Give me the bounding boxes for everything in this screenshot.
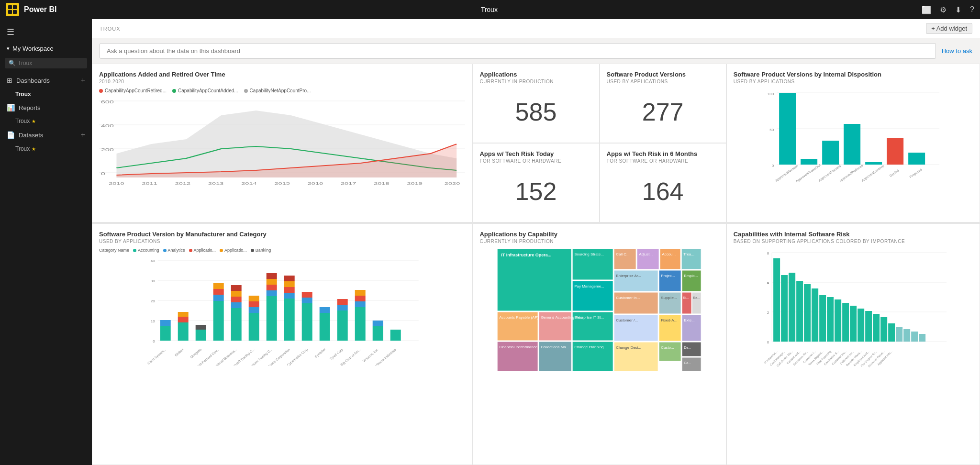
topbar-center: Troux — [56, 6, 922, 13]
sidebar-search[interactable]: 🔍 — [5, 58, 87, 68]
svg-rect-32 — [887, 138, 903, 165]
svg-text:Accounts Payable (AP)...: Accounts Payable (AP)... — [500, 315, 542, 320]
svg-text:Custo...: Custo... — [661, 345, 675, 350]
workspace-label: My Workspace — [12, 45, 54, 52]
disposition-chart-svg: 0 50 100 ApprovedMaintain ApprovedPhaseO… — [734, 88, 973, 193]
capability-subtitle: CURRENTLY IN PRODUCTION — [479, 239, 719, 244]
svg-rect-56 — [196, 330, 206, 341]
sidebar-item-reports[interactable]: 📊 Reports — [0, 100, 92, 115]
svg-rect-27 — [779, 93, 796, 165]
star-icon: ★ — [32, 119, 36, 124]
svg-text:2013: 2013 — [208, 181, 224, 186]
risk-today-value: 152 — [479, 167, 592, 215]
search-icon: 🔍 — [9, 60, 16, 66]
kpi-column-2: Software Product Versions USED BY APPLIC… — [600, 64, 726, 222]
sidebar-item-troux-dashboard[interactable]: Troux — [0, 89, 92, 100]
analytics-dot — [163, 249, 167, 252]
workspace-item[interactable]: ▾ My Workspace — [0, 41, 92, 56]
svg-text:Gringotts: Gringotts — [189, 347, 202, 359]
apps-title: Applications — [479, 71, 592, 78]
svg-rect-73 — [267, 285, 277, 290]
svg-rect-83 — [302, 292, 312, 298]
svg-text:2014: 2014 — [241, 181, 257, 186]
svg-text:Virtucon, Inc.: Virtucon, Inc. — [362, 348, 379, 363]
svg-rect-77 — [284, 293, 295, 299]
download-icon[interactable]: ⬇ — [955, 5, 961, 14]
add-widget-button[interactable]: + Add widget — [926, 23, 972, 34]
svg-rect-156 — [682, 342, 702, 356]
svg-text:600: 600 — [101, 100, 114, 104]
svg-rect-188 — [880, 317, 887, 342]
svg-text:Denied: Denied — [889, 169, 899, 178]
troux-dataset-label: Troux — [15, 145, 30, 152]
svg-rect-60 — [213, 289, 224, 295]
net-dot — [244, 89, 248, 93]
svg-text:IT Infrastructure Opera...: IT Infrastructure Opera... — [501, 253, 552, 257]
help-icon[interactable]: ? — [970, 5, 974, 14]
line-chart-legend: CapabilityAppCountRetired... CapabilityA… — [99, 88, 465, 93]
svg-rect-30 — [844, 124, 860, 165]
svg-rect-70 — [249, 296, 259, 301]
svg-rect-82 — [302, 298, 312, 303]
hamburger-button[interactable]: ☰ — [0, 23, 92, 41]
datasets-icon: 📄 — [7, 131, 15, 139]
cat-legend-analytics: Analytics — [163, 248, 185, 253]
svg-text:Re...: Re... — [693, 296, 701, 299]
search-input[interactable] — [18, 60, 83, 66]
svg-rect-191 — [903, 329, 910, 342]
svg-rect-180 — [819, 295, 826, 342]
qa-input[interactable] — [100, 43, 936, 59]
svg-rect-89 — [355, 307, 366, 341]
sidebar-item-troux-dataset[interactable]: Troux ★ — [0, 143, 92, 155]
svg-rect-190 — [896, 327, 902, 342]
svg-rect-179 — [812, 288, 818, 342]
troux-dashboard-label: Troux — [15, 91, 31, 98]
svg-text:Sirius Cybernetics Corp: Sirius Cybernetics Corp — [279, 348, 309, 365]
svg-text:0: 0 — [767, 340, 769, 344]
svg-rect-182 — [835, 299, 841, 342]
svg-text:2012: 2012 — [175, 181, 190, 186]
svg-rect-138 — [682, 292, 692, 314]
main-content: TROUX + Add widget How to ask Applicatio… — [92, 19, 980, 465]
disposition-title: Software Product Versions by Internal Di… — [734, 71, 973, 78]
presentation-icon[interactable]: ⬜ — [922, 5, 931, 14]
svg-rect-178 — [804, 284, 811, 342]
added-label: CapabilityAppCountAdded... — [178, 88, 238, 93]
svg-text:Proposed: Proposed — [909, 167, 923, 179]
sidebar-item-troux-report[interactable]: Troux ★ — [0, 115, 92, 127]
svg-rect-174 — [773, 258, 780, 342]
risk-6m-value: 164 — [607, 167, 719, 215]
application2-dot — [220, 249, 223, 252]
qa-bar: How to ask — [92, 38, 980, 64]
svg-rect-65 — [231, 291, 242, 297]
svg-rect-87 — [337, 305, 348, 310]
risk-6m-subtitle: FOR SOFTWARE OR HARDWARE — [607, 158, 719, 164]
svg-text:Trea...: Trea... — [684, 252, 695, 256]
sidebar-item-datasets[interactable]: 📄 Datasets + — [0, 127, 92, 143]
svg-rect-68 — [249, 307, 259, 313]
svg-text:10: 10 — [151, 319, 155, 323]
main-header: TROUX + Add widget — [92, 19, 980, 38]
add-dataset-button[interactable]: + — [81, 131, 85, 139]
svg-rect-154 — [659, 342, 681, 361]
sw-versions-value: 277 — [607, 88, 719, 136]
capabilities-risk-title: Capabilities with Internal Software Risk — [734, 231, 973, 238]
capabilities-risk-svg: 0 2 4 8 6 — [734, 248, 973, 377]
sidebar-datasets-label: Datasets — [19, 132, 43, 139]
how-to-ask-link[interactable]: How to ask — [942, 47, 972, 55]
sidebar: ☰ ▾ My Workspace 🔍 ⊞ Dashboards + Troux … — [0, 19, 92, 465]
svg-rect-193 — [919, 334, 925, 342]
svg-text:Cisco System...: Cisco System... — [147, 348, 167, 365]
sidebar-item-dashboards[interactable]: ⊞ Dashboards + — [0, 72, 92, 89]
line-chart-title: Applications Added and Retired Over Time — [99, 71, 465, 78]
chevron-down-icon: ▾ — [7, 45, 10, 52]
add-dashboard-button[interactable]: + — [81, 76, 85, 85]
cat-legend-application1: Applicatio... — [189, 248, 216, 253]
settings-icon[interactable]: ⚙ — [940, 5, 947, 14]
manufacturer-title: Software Product Version by Manufacturer… — [99, 231, 465, 238]
svg-rect-187 — [873, 314, 880, 342]
manufacturer-subtitle: USED BY APPLICATIONS — [99, 239, 465, 244]
svg-text:0: 0 — [153, 339, 155, 343]
svg-text:2015: 2015 — [275, 181, 290, 186]
app-title: Power BI — [24, 5, 56, 14]
